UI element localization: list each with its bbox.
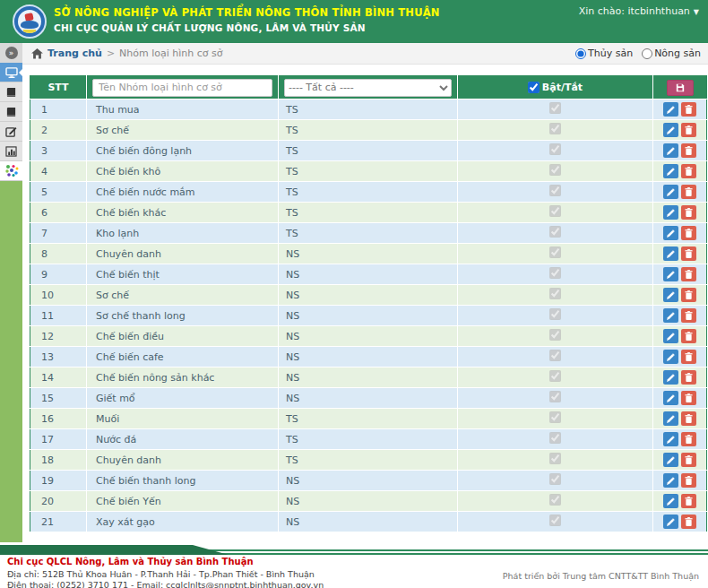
radio-nongsan-label: Nông sản: [654, 48, 701, 59]
row-stt: 11: [30, 306, 87, 326]
table-row: 9Chế biến thịtNS: [30, 264, 707, 285]
row-toggle-cell: [458, 450, 653, 471]
radio-nongsan[interactable]: Nông sản: [642, 48, 701, 59]
breadcrumb-home-link[interactable]: Trang chủ: [47, 48, 102, 59]
edit-button[interactable]: [663, 123, 678, 137]
save-button[interactable]: [667, 80, 694, 96]
sidebar-item-edit[interactable]: [0, 122, 22, 142]
row-enabled-checkbox: [549, 226, 561, 238]
facility-type-table: STT ---- Tất cả ---- Bật/Tắt: [30, 75, 707, 532]
sidebar-item-dashboard[interactable]: [0, 63, 22, 82]
delete-button[interactable]: [681, 246, 696, 261]
row-stt: 8: [30, 244, 87, 264]
edit-button[interactable]: [663, 226, 678, 240]
trash-icon: [685, 229, 693, 238]
delete-button[interactable]: [681, 473, 696, 488]
edit-button[interactable]: [663, 350, 678, 364]
sidebar-item-logo[interactable]: [0, 161, 22, 181]
row-stt: 5: [30, 182, 87, 203]
row-stt: 10: [30, 285, 87, 306]
row-actions: [653, 161, 707, 182]
edit-button[interactable]: [663, 453, 678, 467]
delete-button[interactable]: [681, 288, 696, 302]
row-name: Sơ chế: [87, 285, 279, 306]
row-type: NS: [279, 491, 458, 512]
row-name: Chế biến Yến: [87, 491, 279, 512]
delete-button[interactable]: [681, 308, 696, 323]
delete-button[interactable]: [681, 514, 696, 529]
row-name: Muối: [87, 409, 279, 429]
edit-button[interactable]: [663, 473, 678, 488]
radio-thuysan-input[interactable]: [575, 48, 586, 59]
edit-button[interactable]: [663, 143, 678, 158]
radio-nongsan-input[interactable]: [642, 48, 652, 59]
row-name: Thu mua: [87, 99, 279, 120]
edit-button[interactable]: [663, 102, 678, 117]
breadcrumb-current: Nhóm loại hình cơ sở: [119, 48, 222, 59]
delete-button[interactable]: [681, 164, 696, 178]
delete-button[interactable]: [681, 226, 696, 240]
delete-button[interactable]: [681, 143, 696, 158]
edit-button[interactable]: [663, 246, 678, 261]
breadcrumb-separator: >: [107, 48, 115, 59]
edit-button[interactable]: [663, 205, 678, 220]
edit-pencil-icon: [667, 456, 675, 464]
delete-button[interactable]: [681, 350, 696, 364]
delete-button[interactable]: [681, 329, 696, 343]
row-name: Chuyên danh: [87, 244, 279, 264]
row-toggle-cell: [458, 141, 653, 161]
delete-button[interactable]: [681, 185, 696, 199]
edit-button[interactable]: [663, 494, 678, 508]
delete-button[interactable]: [681, 432, 696, 446]
bar-chart-icon: [5, 146, 17, 157]
table-row: 7Kho lạnhTS: [30, 223, 707, 244]
breadcrumb: Trang chủ > Nhóm loại hình cơ sở: [31, 48, 223, 59]
edit-button[interactable]: [663, 370, 678, 385]
delete-button[interactable]: [681, 453, 696, 467]
footer-developer: Phát triển bởi Trung tâm CNTT&TT Bình Th…: [503, 571, 699, 581]
user-menu[interactable]: Xin chào: itcbinhthuan▼: [579, 5, 699, 17]
edit-button[interactable]: [663, 164, 678, 178]
edit-pencil-icon: [667, 497, 675, 506]
edit-pencil-icon: [667, 106, 675, 114]
sidebar-item-documents[interactable]: [0, 102, 22, 122]
edit-button[interactable]: [663, 329, 678, 343]
edit-pencil-icon: [667, 518, 675, 526]
edit-button[interactable]: [663, 432, 678, 446]
name-filter-input[interactable]: [92, 79, 272, 97]
trash-icon: [685, 249, 693, 258]
row-type: TS: [279, 429, 458, 450]
delete-button[interactable]: [681, 494, 696, 508]
toggle-all-checkbox[interactable]: [528, 82, 540, 93]
trash-icon: [685, 435, 693, 444]
delete-button[interactable]: [681, 123, 696, 137]
sidebar-item-records[interactable]: [0, 82, 22, 102]
delete-button[interactable]: [681, 102, 696, 117]
row-enabled-checkbox: [549, 308, 561, 320]
delete-button[interactable]: [681, 370, 696, 385]
row-stt: 13: [30, 347, 87, 368]
row-actions: [653, 388, 707, 409]
edit-pencil-icon: [667, 394, 675, 402]
edit-button[interactable]: [663, 185, 678, 199]
sidebar-item-statistics[interactable]: [0, 142, 22, 161]
type-filter-select[interactable]: ---- Tất cả ----: [284, 79, 452, 97]
edit-pencil-icon: [667, 229, 675, 238]
sidebar-collapse-toggle[interactable]: »: [0, 43, 22, 63]
edit-button[interactable]: [663, 411, 678, 426]
delete-button[interactable]: [681, 205, 696, 220]
delete-button[interactable]: [681, 411, 696, 426]
trash-icon: [685, 146, 693, 155]
edit-button[interactable]: [663, 288, 678, 302]
row-type: TS: [279, 182, 458, 203]
row-enabled-checkbox: [549, 453, 561, 464]
edit-button[interactable]: [663, 308, 678, 323]
edit-button[interactable]: [663, 267, 678, 281]
delete-button[interactable]: [681, 267, 696, 281]
edit-button[interactable]: [663, 514, 678, 529]
row-stt: 16: [30, 409, 87, 429]
row-enabled-checkbox: [549, 246, 561, 258]
radio-thuysan[interactable]: Thủy sản: [575, 48, 633, 59]
edit-button[interactable]: [663, 391, 678, 405]
delete-button[interactable]: [681, 391, 696, 405]
